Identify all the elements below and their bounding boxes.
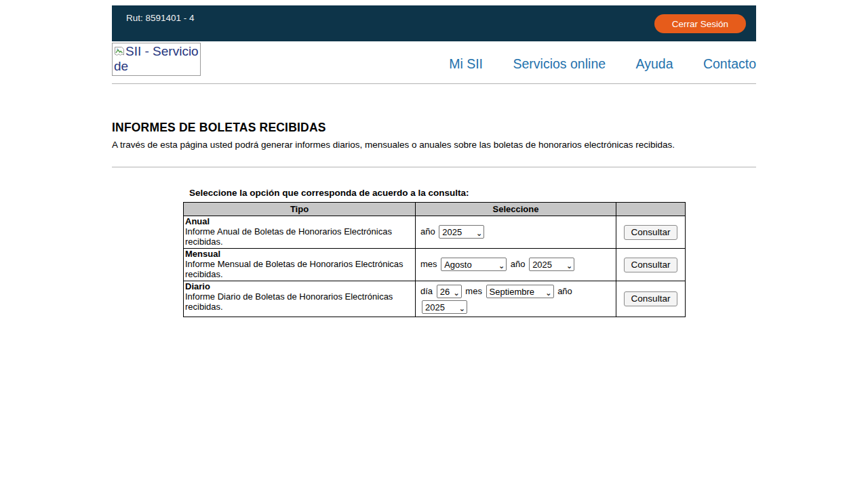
anual-select-cell: año 2025⌄ bbox=[416, 216, 616, 249]
table-row-anual: Anual Informe Anual de Boletas de Honora… bbox=[184, 216, 686, 249]
mensual-anio-label: año bbox=[511, 259, 526, 269]
nav-link-contacto[interactable]: Contacto bbox=[703, 56, 756, 71]
rut-label: Rut: 8591401 - 4 bbox=[126, 13, 195, 23]
table-header-row: Tipo Seleccione bbox=[184, 203, 686, 216]
mensual-tipo-cell: Mensual Informe Mensual de Boletas de Ho… bbox=[184, 249, 416, 281]
primary-nav: Mi SII Servicios online Ayuda Contacto bbox=[422, 56, 756, 72]
diario-year-select[interactable]: 2025 bbox=[422, 300, 467, 314]
mensual-label: Mensual bbox=[185, 249, 220, 259]
diario-button-cell: Consultar bbox=[616, 281, 686, 317]
anual-year-select[interactable]: 2025 bbox=[439, 225, 484, 239]
anual-anio-label: año bbox=[420, 226, 435, 237]
page-description: A través de esta página usted podrá gene… bbox=[112, 140, 756, 150]
mensual-month-select[interactable]: Agosto bbox=[441, 258, 507, 271]
diario-month-select[interactable]: Septiembre bbox=[486, 285, 554, 298]
divider bbox=[112, 167, 756, 167]
broken-image-icon bbox=[114, 44, 125, 58]
logout-button[interactable]: Cerrar Sesión bbox=[654, 14, 746, 33]
page-title: INFORMES DE BOLETAS RECIBIDAS bbox=[112, 121, 756, 135]
diario-description: Informe Diario de Boletas de Honorarios … bbox=[185, 291, 393, 312]
diario-tipo-cell: Diario Informe Diario de Boletas de Hono… bbox=[184, 281, 416, 317]
diario-day-select[interactable]: 26 bbox=[437, 285, 462, 298]
diario-mes-label: mes bbox=[465, 286, 482, 296]
mensual-mes-label: mes bbox=[420, 259, 437, 269]
anual-description: Informe Anual de Boletas de Honorarios E… bbox=[185, 226, 392, 247]
mensual-year-select[interactable]: 2025 bbox=[529, 258, 574, 271]
anual-label: Anual bbox=[185, 216, 210, 226]
diario-anio-label: año bbox=[557, 286, 572, 296]
diario-dia-label: día bbox=[420, 286, 433, 296]
consulta-caption: Seleccione la opción que corresponda de … bbox=[183, 188, 756, 198]
nav-link-ayuda[interactable]: Ayuda bbox=[636, 56, 673, 71]
sii-logo-broken-image[interactable]: SII - Servicio de bbox=[112, 43, 201, 76]
header-seleccione: Seleccione bbox=[416, 203, 616, 216]
consulta-section: Seleccione la opción que corresponda de … bbox=[183, 188, 756, 317]
header-accion bbox=[616, 203, 686, 216]
session-bar: Rut: 8591401 - 4 Cerrar Sesión bbox=[112, 5, 756, 41]
mensual-description: Informe Mensual de Boletas de Honorarios… bbox=[185, 259, 403, 279]
nav-link-servicios-online[interactable]: Servicios online bbox=[513, 56, 606, 71]
anual-tipo-cell: Anual Informe Anual de Boletas de Honora… bbox=[184, 216, 416, 249]
diario-select-cell: día 26⌄ mes Septiembre⌄ año 2025⌄ bbox=[416, 281, 616, 317]
diario-label: Diario bbox=[185, 281, 210, 291]
nav-link-mi-sii[interactable]: Mi SII bbox=[449, 56, 483, 71]
mensual-consultar-button[interactable]: Consultar bbox=[624, 258, 678, 272]
page-container: Rut: 8591401 - 4 Cerrar Sesión SII - Ser… bbox=[112, 5, 756, 317]
consulta-table: Tipo Seleccione Anual Informe Anual de B… bbox=[183, 202, 686, 317]
logo-alt-text: SII - Servicio de bbox=[114, 44, 199, 73]
diario-consultar-button[interactable]: Consultar bbox=[624, 291, 678, 306]
site-header: SII - Servicio de Mi SII Servicios onlin… bbox=[112, 43, 756, 84]
mensual-button-cell: Consultar bbox=[616, 249, 686, 281]
anual-consultar-button[interactable]: Consultar bbox=[624, 225, 678, 240]
header-tipo: Tipo bbox=[184, 203, 416, 216]
table-row-mensual: Mensual Informe Mensual de Boletas de Ho… bbox=[184, 249, 686, 281]
anual-button-cell: Consultar bbox=[616, 216, 686, 249]
table-row-diario: Diario Informe Diario de Boletas de Hono… bbox=[184, 281, 686, 317]
mensual-select-cell: mes Agosto⌄ año 2025⌄ bbox=[416, 249, 616, 281]
